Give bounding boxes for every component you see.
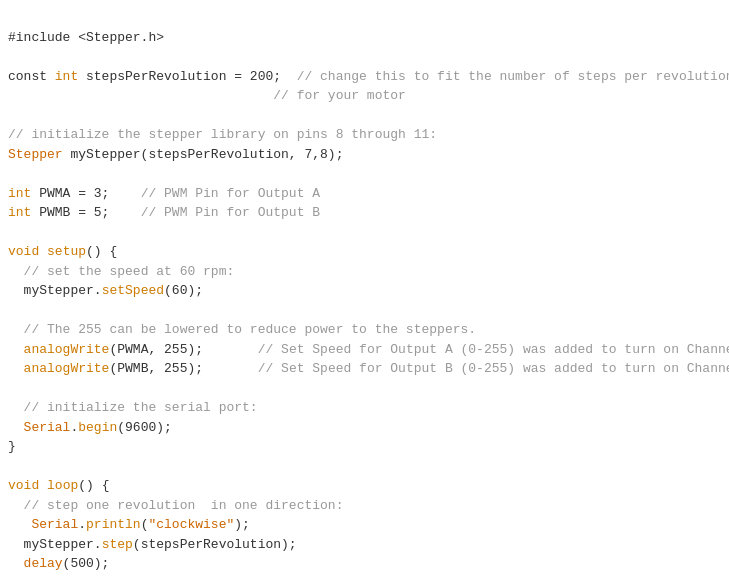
line-16: // The 255 can be lowered to reduce powe…	[8, 322, 476, 337]
line-13: // set the speed at 60 rpm:	[8, 264, 234, 279]
line-22: }	[8, 439, 16, 454]
line-26: Serial.println("clockwise");	[8, 517, 250, 532]
line-25: // step one revolution in one direction:	[8, 498, 343, 513]
line-7: Stepper myStepper(stepsPerRevolution, 7,…	[8, 147, 343, 162]
line-28: delay(500);	[8, 556, 109, 571]
line-10: int PWMB = 5; // PWM Pin for Output B	[8, 205, 320, 220]
line-4: // for your motor	[8, 88, 406, 103]
code-editor: #include <Stepper.h> const int stepsPerR…	[0, 0, 729, 583]
line-6: // initialize the stepper library on pin…	[8, 127, 437, 142]
line-21: Serial.begin(9600);	[8, 420, 172, 435]
line-3: const int stepsPerRevolution = 200; // c…	[8, 69, 729, 84]
line-24: void loop() {	[8, 478, 109, 493]
line-17: analogWrite(PWMA, 255); // Set Speed for…	[8, 342, 729, 357]
line-12: void setup() {	[8, 244, 117, 259]
line-27: myStepper.step(stepsPerRevolution);	[8, 537, 297, 552]
line-20: // initialize the serial port:	[8, 400, 258, 415]
line-9: int PWMA = 3; // PWM Pin for Output A	[8, 186, 320, 201]
line-14: myStepper.setSpeed(60);	[8, 283, 203, 298]
line-1: #include <Stepper.h>	[8, 30, 164, 45]
line-18: analogWrite(PWMB, 255); // Set Speed for…	[8, 361, 729, 376]
